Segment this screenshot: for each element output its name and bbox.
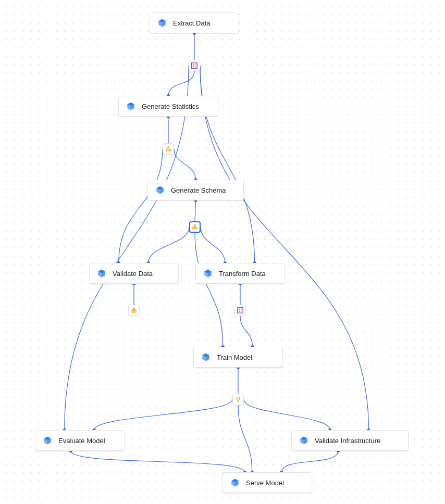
junction-j3[interactable]	[189, 221, 201, 233]
svg-rect-32	[132, 310, 134, 312]
svg-point-24	[193, 64, 194, 65]
junction-j4[interactable]	[128, 305, 140, 316]
cube-icon	[126, 102, 135, 111]
svg-rect-30	[193, 227, 195, 229]
junction-j2[interactable]	[163, 143, 174, 155]
cube-icon	[155, 185, 165, 195]
node-validate-data[interactable]: Validate Data	[89, 263, 179, 284]
svg-point-35	[239, 309, 240, 310]
node-label: Evaluate Model	[58, 437, 105, 445]
junction-j1[interactable]	[189, 60, 200, 71]
svg-rect-23	[192, 63, 197, 69]
cube-icon	[230, 478, 240, 487]
cube-icon	[157, 18, 167, 28]
svg-rect-28	[166, 149, 168, 151]
svg-point-31	[195, 227, 197, 229]
cube-icon	[203, 269, 213, 278]
node-evaluate-model[interactable]: Evaluate Model	[35, 430, 125, 451]
svg-point-29	[169, 149, 171, 151]
node-extract-data[interactable]: Extract Data	[150, 12, 239, 33]
cube-icon	[201, 352, 211, 362]
svg-point-38	[241, 311, 242, 312]
node-label: Generate Statistics	[142, 103, 199, 110]
junction-j6[interactable]	[232, 394, 244, 405]
node-label: Validate Infrastructure	[315, 437, 380, 445]
svg-point-36	[241, 309, 242, 310]
node-label: Generate Schema	[171, 186, 226, 194]
svg-point-26	[193, 66, 194, 67]
node-label: Validate Data	[113, 270, 153, 278]
node-transform-data[interactable]: Transform Data	[195, 263, 285, 284]
cube-icon	[97, 269, 106, 278]
svg-point-27	[195, 66, 196, 67]
cube-icon	[43, 436, 52, 445]
svg-point-37	[239, 311, 240, 312]
node-label: Serve Model	[246, 479, 284, 487]
svg-rect-34	[238, 308, 243, 313]
pipeline-canvas[interactable]: Extract Data Generate Statistics Generat…	[0, 0, 445, 504]
cube-icon	[299, 436, 308, 445]
node-serve-model[interactable]: Serve Model	[222, 472, 312, 493]
node-label: Train Model	[217, 354, 252, 361]
svg-point-25	[195, 64, 196, 65]
node-generate-schema[interactable]: Generate Schema	[147, 180, 244, 200]
edge-layer	[0, 0, 445, 504]
junction-j5[interactable]	[234, 305, 246, 316]
node-generate-statistics[interactable]: Generate Statistics	[118, 96, 218, 117]
node-label: Transform Data	[219, 270, 266, 278]
node-train-model[interactable]: Train Model	[193, 347, 283, 368]
node-validate-infrastructure[interactable]: Validate Infrastructure	[291, 430, 409, 451]
svg-point-33	[134, 310, 137, 312]
node-label: Extract Data	[173, 19, 211, 27]
